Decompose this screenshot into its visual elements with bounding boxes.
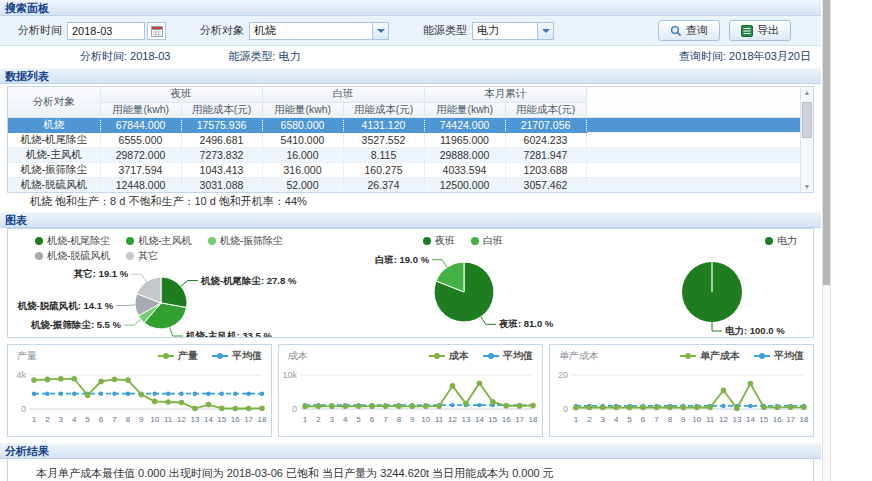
row-value: 3031.088 <box>181 177 262 192</box>
svg-text:8: 8 <box>126 415 131 424</box>
legend-item: 其它 <box>126 249 158 263</box>
svg-text:12: 12 <box>448 415 457 424</box>
svg-text:6: 6 <box>641 415 646 424</box>
svg-text:0: 0 <box>563 404 568 414</box>
analysis-object-select[interactable]: 机烧 <box>249 22 389 40</box>
row-value: 8.115 <box>343 147 424 162</box>
cost-by-shift-svg: 夜班: 81.0 %白班: 19.0 % <box>314 248 614 336</box>
svg-text:12: 12 <box>719 415 728 424</box>
row-value: 21707.056 <box>505 117 586 132</box>
col-group: 本月累计 <box>424 87 586 102</box>
line-charts-row: 产量产量平均值4k0123456789101112131415161718 成本… <box>7 344 814 437</box>
data-list-section: 数据列表 分析对象夜班白班本月累计用能量(kwh)用能成本(元)用能量(kwh)… <box>0 68 821 210</box>
svg-text:2: 2 <box>316 415 321 424</box>
svg-text:6: 6 <box>370 415 375 424</box>
search-form: 分析时间 2018-03 分析对象 机 <box>0 16 821 46</box>
svg-text:1: 1 <box>303 415 308 424</box>
query-button[interactable]: 查询 <box>658 20 720 41</box>
summary-query-time: 查询时间: 2018年03月20日 <box>679 49 811 64</box>
row-value: 3057.462 <box>505 177 586 192</box>
legend-item: 机烧-脱硫风机 <box>35 249 110 263</box>
svg-text:4: 4 <box>614 415 619 424</box>
legend-dot-icon <box>208 237 216 245</box>
table-row[interactable]: 机烧-脱硫风机12448.0003031.08852.00026.3741250… <box>8 177 800 192</box>
search-summary: 分析时间: 2018-03 能源类型: 电力 查询时间: 2018年03月20日 <box>0 46 821 66</box>
col-sub: 用能量(kwh) <box>100 102 181 117</box>
pie-legend: 夜班白班 <box>314 229 612 248</box>
export-button[interactable]: 导出 <box>729 20 791 41</box>
svg-text:9: 9 <box>681 415 686 424</box>
row-value: 5410.000 <box>262 132 343 147</box>
svg-text:14: 14 <box>204 415 213 424</box>
legend-item: 平均值 <box>483 349 533 363</box>
svg-text:15: 15 <box>759 415 768 424</box>
col-sub: 用能量(kwh) <box>262 102 343 117</box>
unit-cost-trend-svg: 200123456789101112131415161718 <box>552 365 810 427</box>
legend-item: 白班 <box>471 234 503 248</box>
calendar-icon[interactable] <box>147 22 166 40</box>
page-scrollbar[interactable] <box>822 0 831 481</box>
row-value: 160.275 <box>343 162 424 177</box>
line-chart-title: 产量 <box>17 349 37 363</box>
col-group: 白班 <box>262 87 424 102</box>
svg-text:11: 11 <box>435 415 444 424</box>
line-chart-legend: 成本平均值 <box>429 349 533 363</box>
table-row[interactable]: 机烧-主风机29872.0007273.83216.0008.11529888.… <box>8 147 800 162</box>
col-sub: 用能成本(元) <box>505 102 586 117</box>
svg-text:2: 2 <box>45 415 50 424</box>
svg-text:8: 8 <box>397 415 402 424</box>
svg-text:0: 0 <box>292 404 297 414</box>
analysis-time-label: 分析时间 <box>18 23 62 38</box>
row-value: 4131.120 <box>343 117 424 132</box>
svg-text:18: 18 <box>800 415 809 424</box>
legend-item: 产量 <box>158 349 198 363</box>
svg-text:10: 10 <box>692 415 701 424</box>
search-panel-header: 搜索面板 <box>0 0 821 16</box>
svg-text:16: 16 <box>231 415 240 424</box>
legend-item: 成本 <box>429 349 469 363</box>
svg-text:15: 15 <box>217 415 226 424</box>
legend-item: 机烧-主风机 <box>126 234 191 248</box>
legend-item: 机烧-机尾除尘 <box>35 234 110 248</box>
col-sub: 用能成本(元) <box>343 102 424 117</box>
table-row[interactable]: 机烧-机尾除尘6555.0002496.6815410.0003527.5521… <box>8 132 800 147</box>
svg-text:13: 13 <box>732 415 741 424</box>
row-object: 机烧-振筛除尘 <box>8 162 100 177</box>
svg-text:10: 10 <box>150 415 159 424</box>
legend-item: 单产成本 <box>680 349 740 363</box>
table-row[interactable]: 机烧67844.00017575.9366580.0004131.1207442… <box>8 117 800 132</box>
table-scrollbar[interactable] <box>800 87 813 192</box>
energy-type-select[interactable]: 电力 <box>472 22 554 40</box>
legend-dot-icon <box>765 237 773 245</box>
table-row[interactable]: 机烧-振筛除尘3717.5941043.413316.000160.275403… <box>8 162 800 177</box>
pie-cost-by-object: 机烧-机尾除尘机烧-主风机机烧-振筛除尘机烧-脱硫风机其它机烧-机尾除尘: 27… <box>8 229 314 337</box>
chevron-down-icon[interactable] <box>537 23 553 39</box>
legend-dot-icon <box>423 237 431 245</box>
row-value: 3717.594 <box>100 162 181 177</box>
row-value: 7281.947 <box>505 147 586 162</box>
table-scrollbar-thumb[interactable] <box>802 102 812 138</box>
col-group: 夜班 <box>100 87 262 102</box>
svg-text:6: 6 <box>99 415 104 424</box>
svg-text:5: 5 <box>85 415 90 424</box>
svg-text:0: 0 <box>21 404 26 414</box>
legend-item: 平均值 <box>212 349 262 363</box>
svg-text:16: 16 <box>773 415 782 424</box>
analysis-time-input[interactable]: 2018-03 <box>67 22 145 40</box>
chevron-down-icon[interactable] <box>372 23 388 39</box>
svg-text:4: 4 <box>343 415 348 424</box>
svg-text:15: 15 <box>488 415 497 424</box>
pie-label: 夜班: 81.0 % <box>498 318 554 329</box>
cost-trend-svg: 10k0123456789101112131415161718 <box>281 365 539 427</box>
charts-header: 图表 <box>0 212 821 228</box>
svg-text:11: 11 <box>164 415 173 424</box>
row-value: 4033.594 <box>424 162 505 177</box>
pie-label: 其它: 19.1 % <box>73 268 129 279</box>
svg-text:7: 7 <box>654 415 659 424</box>
pie-label: 机烧-振筛除尘: 5.5 % <box>30 319 122 330</box>
row-object: 机烧-主风机 <box>8 147 100 162</box>
energy-type-label: 能源类型 <box>423 23 467 38</box>
row-value: 3527.552 <box>343 132 424 147</box>
cost-by-energy-svg: 电力: 100.0 % <box>612 248 812 336</box>
page-scrollbar-thumb[interactable] <box>823 0 830 285</box>
